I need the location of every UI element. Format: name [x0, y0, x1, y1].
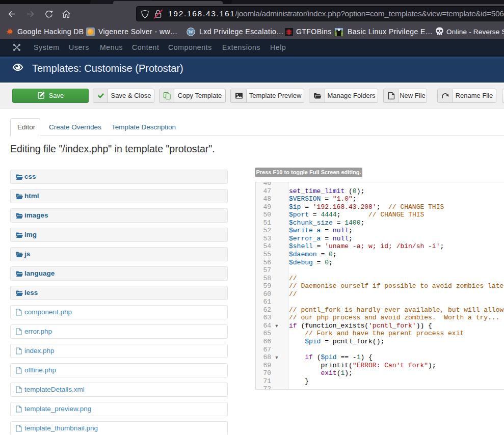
- svg-text:W: W: [189, 29, 194, 35]
